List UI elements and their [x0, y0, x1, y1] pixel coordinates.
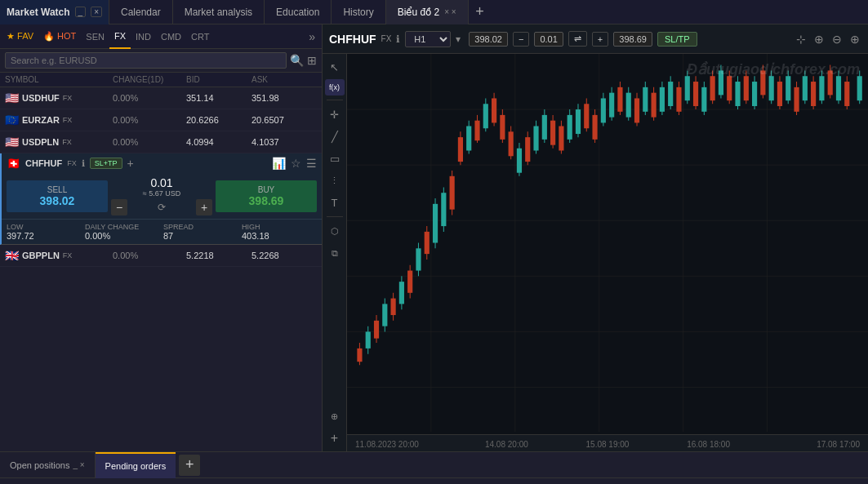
sell-button-chfhuf[interactable]: SELL 398.02 — [7, 180, 108, 212]
svg-rect-70 — [601, 98, 606, 122]
tab-pending-orders[interactable]: Pending orders — [96, 452, 176, 478]
svg-rect-116 — [794, 87, 799, 112]
svg-rect-46 — [500, 115, 505, 140]
tool-cursor[interactable]: ↖ — [325, 57, 345, 77]
svg-rect-64 — [576, 109, 581, 134]
sl-tp-chart-btn[interactable]: SL/TP — [657, 32, 697, 47]
flag-eurzar: 🇪🇺 — [5, 113, 19, 127]
svg-rect-114 — [786, 76, 790, 100]
symbol-row-chfhuf[interactable]: 🇨🇭 CHFHUF FX ℹ SL+TP + 📊 ☆ ☰ SELL 398.02 — [0, 153, 322, 245]
tool-crosshair[interactable]: ✛ — [325, 104, 345, 124]
flag-chfhuf: 🇨🇭 — [7, 157, 20, 170]
chart-price-3: 398.69 — [613, 32, 652, 47]
symbol-list: 🇺🇸 USDHUF FX 0.00% 351.14 351.98 🇪🇺 EURZ… — [0, 87, 322, 451]
more-tabs-btn[interactable]: » — [304, 30, 320, 43]
svg-rect-42 — [483, 104, 488, 128]
chart-dropdown-icon[interactable]: ▾ — [456, 33, 461, 45]
spread-stat-value: 87 — [163, 231, 238, 241]
symbol-row-gbppln[interactable]: 🇬🇧 GBPPLN FX 0.00% 5.2218 5.2268 — [0, 245, 322, 267]
chart-tool-crosshair[interactable]: ⊕ — [848, 31, 861, 47]
change-eurzar: 0.00% — [113, 115, 186, 125]
chart-tool-cursor[interactable]: ⊹ — [795, 31, 808, 47]
symbol-row-usdhuf[interactable]: 🇺🇸 USDHUF FX 0.00% 351.14 351.98 — [0, 87, 322, 109]
tab-sen[interactable]: SEN — [81, 24, 109, 49]
buy-label: BUY — [224, 185, 309, 194]
chart-tool-zoom[interactable]: ⊕ — [812, 31, 826, 47]
svg-rect-12 — [357, 349, 362, 362]
tool-text[interactable]: T — [325, 193, 345, 212]
add-tab-btn[interactable]: + — [469, 0, 492, 24]
tab-ind[interactable]: IND — [131, 24, 156, 49]
svg-rect-66 — [584, 104, 589, 128]
chart-minus-btn[interactable]: − — [513, 32, 529, 47]
tool-fx[interactable]: f(x) — [325, 79, 345, 95]
grid-view-icon[interactable]: ⊞ — [307, 54, 317, 67]
chart-swap-btn[interactable]: ⇌ — [568, 31, 587, 47]
time-label-1: 11.08.2023 20:00 — [355, 440, 456, 449]
svg-rect-50 — [517, 149, 522, 173]
symbol-row-eurzar[interactable]: 🇪🇺 EURZAR FX 0.00% 20.6266 20.6507 — [0, 109, 322, 131]
chart-info-icon[interactable]: ℹ — [396, 33, 400, 45]
search-input[interactable] — [5, 52, 287, 69]
tab-crt[interactable]: CRT — [186, 24, 214, 49]
refresh-icon[interactable]: ⟳ — [158, 202, 166, 213]
mw-close-btn[interactable]: × — [91, 7, 102, 17]
flag-gbppln: 🇬🇧 — [5, 249, 19, 262]
svg-rect-126 — [836, 76, 841, 100]
chart-icon-chfhuf[interactable]: 📊 — [272, 157, 286, 170]
tool-magnet[interactable]: ⊕ — [325, 406, 345, 426]
tab-open-positions[interactable]: Open positions _ × — [0, 452, 96, 478]
tab-calendar[interactable]: Calendar — [109, 0, 173, 24]
buy-button-chfhuf[interactable]: BUY 398.69 — [216, 180, 317, 212]
tool-indicators[interactable]: ⬡ — [325, 221, 345, 241]
col-bid: BID — [186, 75, 251, 84]
svg-rect-112 — [777, 82, 782, 106]
buy-price: 398.69 — [224, 194, 309, 207]
spread-plus-btn[interactable]: + — [196, 199, 212, 215]
info-icon-chfhuf[interactable]: ℹ — [82, 158, 85, 169]
market-watch-title: Market Watch — [7, 7, 70, 18]
symbol-row-usdpln[interactable]: 🇺🇸 USDPLN FX 0.00% 4.0994 4.1037 — [0, 131, 322, 153]
tab-market-analysis[interactable]: Market analysis — [173, 0, 265, 24]
symbol-name-gbppln: GBPPLN — [22, 251, 60, 260]
spread-usd: ≈ 5.67 USD — [111, 189, 212, 198]
svg-rect-118 — [803, 76, 808, 100]
menu-icon-chfhuf[interactable]: ☰ — [306, 157, 317, 170]
tab-fav[interactable]: ★ FAV — [2, 24, 38, 49]
svg-rect-102 — [735, 82, 740, 106]
sell-label: SELL — [15, 185, 100, 194]
time-label-5: 17.08 17:00 — [759, 440, 860, 449]
tab-bieudo[interactable]: Biểu đồ 2 × × — [386, 0, 469, 24]
ask-usdpln: 4.1037 — [251, 137, 317, 147]
svg-rect-100 — [727, 76, 732, 100]
tab-history[interactable]: History — [332, 0, 385, 24]
svg-rect-88 — [676, 87, 681, 112]
bid-gbppln: 5.2218 — [186, 251, 251, 260]
svg-rect-62 — [568, 115, 572, 140]
tab-education[interactable]: Education — [265, 0, 332, 24]
change-gbppln: 0.00% — [113, 251, 186, 260]
svg-rect-106 — [752, 82, 757, 106]
mw-minimize-btn[interactable]: _ — [75, 7, 87, 17]
svg-rect-24 — [407, 271, 412, 293]
svg-rect-58 — [550, 121, 555, 145]
change-usdhuf: 0.00% — [113, 93, 186, 103]
tab-hot[interactable]: 🔥 HOT — [38, 24, 81, 49]
search-icon[interactable]: 🔍 — [290, 54, 304, 67]
add-position-btn[interactable]: + — [179, 455, 200, 476]
tool-line[interactable]: ╱ — [325, 127, 345, 146]
spread-minus-btn[interactable]: − — [111, 199, 127, 215]
tool-layers[interactable]: ⧉ — [325, 243, 345, 263]
timeframe-select[interactable]: H1 M1 M5 M15 H4 D1 — [405, 31, 451, 47]
chart-tool-zoom-out[interactable]: ⊖ — [830, 31, 844, 47]
add-sl-tp-btn[interactable]: + — [127, 157, 134, 170]
badge-usdhuf: FX — [63, 94, 73, 102]
tool-rectangle[interactable]: ▭ — [325, 149, 345, 168]
chart-plus-btn[interactable]: + — [592, 32, 608, 47]
tool-fib[interactable]: ⋮ — [325, 171, 345, 190]
star-icon-chfhuf[interactable]: ☆ — [291, 157, 301, 170]
tool-add[interactable]: + — [325, 428, 345, 448]
svg-rect-36 — [458, 137, 463, 162]
tab-cmd[interactable]: CMD — [156, 24, 186, 49]
tab-fx[interactable]: FX — [109, 24, 131, 49]
